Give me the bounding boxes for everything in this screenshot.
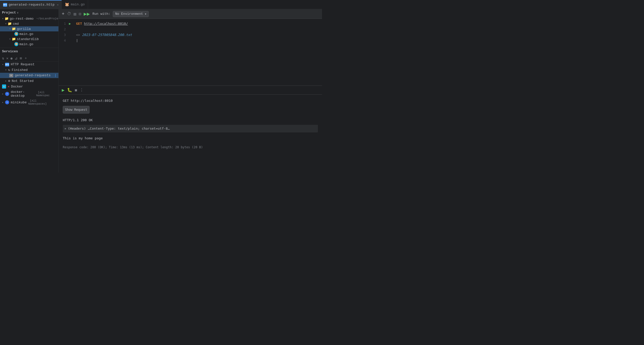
headers-toggle[interactable]: ▶ (Headers) …Content-Type: text/plain; c… [63, 125, 318, 132]
response-request-text: GET http://localhost:8010 [63, 99, 113, 103]
service-generated-requests[interactable]: ≡ generated-requests | [0, 73, 58, 78]
more-options-icon[interactable]: ⋮ [80, 88, 84, 93]
services-label: Services [2, 50, 18, 53]
add-group-icon[interactable]: ⊞ [20, 56, 22, 60]
response-footer: Response code: 200 (OK); Time: 13ms (13 … [63, 144, 318, 150]
service-badge: | [55, 74, 56, 77]
chevron-down-icon: ▾ [9, 27, 11, 30]
tab-http[interactable]: API generated-requests.http ✕ [0, 0, 62, 9]
chevron-right-icon: ▸ [2, 101, 4, 104]
chevron-down-icon: ▾ [5, 68, 7, 71]
editor-line-4: 4 [59, 38, 322, 43]
response-panel: ▶ 🐛 ◼ ⋮ GET http://localhost:8010 Show R… [59, 86, 322, 172]
response-headers-row[interactable]: ▶ (Headers) …Content-Type: text/plain; c… [63, 125, 318, 132]
chevron-down-icon: ▾ [5, 22, 7, 25]
service-docker[interactable]: 🐳 ✕ Docker [0, 84, 58, 89]
add-icon[interactable]: ＋ [24, 56, 28, 60]
close-icon[interactable]: ✕ [6, 56, 8, 60]
services-toolbar: ⇅ ✕ ◉ ⊿ ⊞ ＋ [0, 55, 58, 62]
line-number-1: 1 [59, 21, 69, 27]
response-toolbar: ▶ 🐛 ◼ ⋮ [59, 86, 322, 95]
docker-icon: 🐳 [2, 84, 6, 89]
tree-standardlib-label: standardlib [17, 37, 39, 41]
editor-line-1: 1 ▶ GET http://localhost:8010/ [59, 21, 322, 27]
http-url[interactable]: http://localhost:8010/ [84, 22, 128, 26]
editor-area[interactable]: 1 ▶ GET http://localhost:8010/ 2 3 <> [59, 19, 322, 85]
chevron-right-icon: ▸ [2, 92, 4, 95]
http-method: GET [76, 22, 82, 26]
filter-icon[interactable]: ⊿ [15, 56, 18, 60]
folder-icon: 📁 [12, 27, 16, 31]
response-body-text: This is my home page [63, 136, 103, 140]
tree-go-rest-demo[interactable]: ▾ 📁 go-rest-demo ~/GoLandProject [0, 16, 58, 21]
services-header: Services [0, 48, 58, 55]
service-docker-desktop-label: docker-desktop [11, 90, 35, 98]
editor-line-3: 3 <> 2023-07-25T005848.200.txt [59, 32, 322, 38]
service-not-started[interactable]: ▸ ⚙ Not Started [0, 78, 58, 84]
tree-main-go-2[interactable]: 🐹 main.go [0, 42, 58, 47]
line-1-content[interactable]: GET http://localhost:8010/ [74, 21, 322, 27]
play-button[interactable]: ▶ [62, 87, 65, 93]
service-docker-desktop[interactable]: ▸ ✦ docker-desktop [All Namespac [0, 89, 58, 98]
response-indicator: <> [76, 33, 80, 37]
api-icon: API [3, 3, 7, 7]
response-body: This is my home page [63, 134, 318, 142]
headers-label: (Headers) …Content-Type: text/plain; cha… [68, 126, 170, 132]
history-icon[interactable]: ⏱ [67, 11, 71, 16]
project-header: Project ∨ [0, 9, 58, 16]
project-chevron[interactable]: ∨ [17, 11, 19, 14]
tab-http-close[interactable]: ✕ [57, 3, 58, 6]
stop-icon[interactable]: ◼ [75, 88, 77, 93]
editor-toolbar: + ⏱ ▤ ⊡ ▶▶ Run with: No Environment ▾ [59, 9, 322, 19]
response-request-line: GET http://localhost:8010 [63, 98, 318, 104]
right-panel: + ⏱ ▤ ⊡ ▶▶ Run with: No Environment ▾ 1 … [59, 9, 322, 172]
tree-cmd-label: cmd [13, 22, 19, 26]
line-3-content[interactable]: <> 2023-07-25T005848.200.txt [74, 32, 322, 38]
tree-cmd[interactable]: ▾ 📁 cmd [0, 21, 58, 26]
eye-icon[interactable]: ◉ [10, 56, 13, 60]
response-content: GET http://localhost:8010 Show Request H… [59, 95, 322, 172]
add-request-icon[interactable]: + [62, 11, 65, 17]
response-status-line: HTTP/1.1 200 OK [63, 117, 318, 124]
chevron-right-icon: ▶ [65, 126, 66, 132]
tree-main-go-1[interactable]: 🐹 main.go [0, 31, 58, 36]
service-minikube-label: minikube [11, 101, 27, 104]
tab-bar: API generated-requests.http ✕ 🐹 main.go [0, 0, 322, 9]
bug-icon[interactable]: 🐛 [67, 88, 72, 93]
api-file-icon: ≡ [9, 74, 13, 77]
api-icon: API [5, 63, 9, 66]
folder-icon: 📁 [12, 37, 16, 41]
gear-icon: ⚙ [8, 79, 10, 83]
service-http-request[interactable]: ▾ API HTTP Request [0, 62, 58, 67]
tree-go-rest-demo-path: ~/GoLandProject [35, 17, 58, 20]
service-finished[interactable]: ▾ ↻ Finished [0, 67, 58, 73]
service-finished-label: Finished [12, 68, 28, 72]
line-number-3: 3 [59, 32, 69, 38]
env-label: No Environment [115, 12, 143, 16]
tree-gorilla[interactable]: ▾ 📁 gorilla [0, 26, 58, 31]
file-icon[interactable]: ▤ [74, 11, 76, 17]
folder-icon: 📁 [5, 17, 9, 21]
kubernetes-icon: ✦ [5, 100, 9, 104]
go-gopher-icon: 🐹 [14, 42, 18, 46]
show-request-button[interactable]: Show Request [63, 106, 90, 114]
tab-go-label: main.go [71, 3, 85, 6]
response-footer-text: Response code: 200 (OK); Time: 13ms (13 … [63, 145, 203, 149]
run-with-label: Run with: [92, 12, 110, 16]
chevron-down-icon: ▾ [2, 17, 4, 20]
tab-http-label: generated-requests.http [9, 3, 54, 7]
up-down-icon[interactable]: ⇅ [2, 56, 4, 60]
environment-dropdown[interactable]: No Environment ▾ [113, 11, 149, 17]
tree-main-go-1-label: main.go [19, 32, 33, 36]
run-all-button[interactable]: ▶▶ [84, 11, 90, 17]
line-4-content[interactable] [74, 38, 322, 43]
service-generated-requests-label: generated-requests [15, 73, 51, 77]
sidebar: Project ∨ ▾ 📁 go-rest-demo ~/GoLandProje… [0, 9, 59, 172]
run-request-button[interactable]: ▶ [69, 21, 74, 27]
tab-go[interactable]: 🐹 main.go [62, 0, 88, 9]
service-minikube[interactable]: ▸ ✦ minikube [All Namespaces] [0, 98, 58, 106]
collapse-icon[interactable]: ⊡ [79, 11, 81, 17]
tree-standardlib[interactable]: ▾ 📁 standardlib [0, 36, 58, 42]
line-number-2: 2 [59, 27, 69, 32]
service-not-started-label: Not Started [12, 79, 34, 83]
